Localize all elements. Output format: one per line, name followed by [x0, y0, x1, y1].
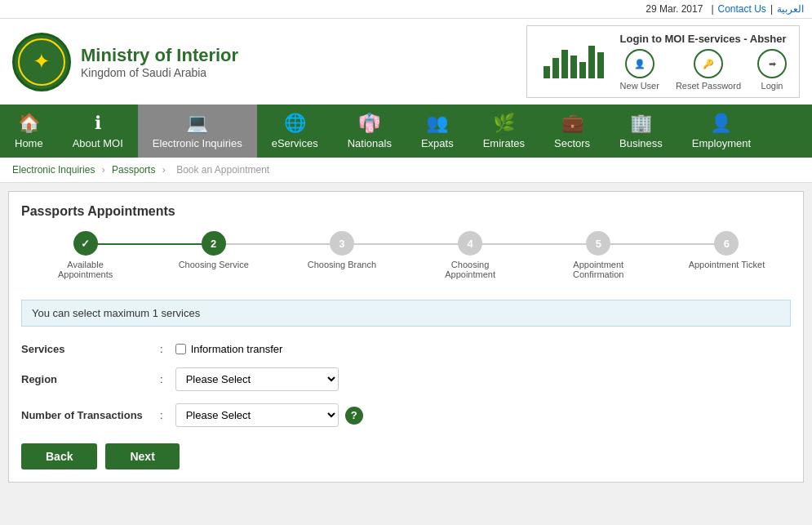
- bar1: [544, 66, 550, 78]
- nationals-icon: 👘: [358, 113, 380, 134]
- reset-password-label: Reset Password: [676, 81, 741, 91]
- nav-home[interactable]: 🏠 Home: [0, 105, 58, 158]
- breadcrumb-passports[interactable]: Passports: [112, 164, 155, 176]
- nav-expats-label: Expats: [421, 137, 454, 149]
- form-services-row: Services : Information transfer: [21, 343, 791, 355]
- nav-emirates-label: Emirates: [483, 137, 525, 149]
- emirates-icon: 🌿: [493, 113, 515, 134]
- nav-business[interactable]: 🏢 Business: [605, 105, 677, 158]
- bar2: [552, 58, 559, 78]
- step-4: 4 Choosing Appointment: [406, 231, 535, 279]
- nav-nationals[interactable]: 👘 Nationals: [333, 105, 406, 158]
- nav-about-moi[interactable]: ℹ About MOI: [58, 105, 138, 158]
- breadcrumb-sep1: ›: [102, 164, 108, 176]
- bar-chart: [539, 42, 608, 82]
- step-5: 5 Appointment Confirmation: [535, 231, 663, 279]
- login-title: Login to MOI E-services - Absher: [620, 33, 787, 45]
- step-2-line: [214, 243, 342, 245]
- next-button[interactable]: Next: [105, 443, 179, 469]
- transactions-select[interactable]: Please Select: [175, 403, 339, 427]
- step-6-circle: 6: [714, 231, 739, 256]
- step-1-circle: ✓: [73, 231, 98, 256]
- arabic-link[interactable]: العربية: [777, 3, 804, 15]
- new-user-label: New User: [620, 81, 659, 91]
- nav-home-label: Home: [15, 137, 43, 149]
- nav-eservices[interactable]: 🌐 eServices: [257, 105, 333, 158]
- login-icon: ➡: [757, 49, 787, 78]
- login-icons: 👤 New User 🔑 Reset Password ➡ Login: [620, 49, 787, 91]
- separator2: |: [770, 3, 773, 15]
- help-icon[interactable]: ?: [345, 407, 363, 425]
- new-user-button[interactable]: 👤 New User: [620, 49, 659, 91]
- new-user-icon: 👤: [625, 49, 654, 78]
- home-icon: 🏠: [18, 113, 40, 134]
- step-1-label: Available Appointments: [45, 260, 126, 279]
- step-2-circle: 2: [202, 231, 226, 256]
- transactions-colon: :: [160, 409, 163, 421]
- services-label: Services: [21, 343, 152, 355]
- service-checkbox-label[interactable]: Information transfer: [175, 343, 283, 355]
- nav-inquiries-label: Electronic Inquiries: [153, 137, 242, 149]
- step-3-line: [342, 243, 470, 245]
- step-1-line: [86, 243, 214, 245]
- logo: ✦: [12, 33, 71, 91]
- service-checkbox[interactable]: [175, 344, 186, 354]
- step-4-circle: 4: [458, 231, 482, 256]
- nav-business-label: Business: [619, 137, 663, 149]
- login-button[interactable]: ➡ Login: [757, 49, 787, 91]
- expats-icon: 👥: [426, 113, 448, 134]
- step-1: ✓ Available Appointments: [21, 231, 149, 279]
- org-title: Ministry of Interior: [81, 45, 238, 66]
- region-label: Region: [21, 373, 152, 385]
- step-3-circle: 3: [330, 231, 354, 256]
- reset-password-icon: 🔑: [694, 49, 723, 78]
- services-colon: :: [160, 343, 163, 355]
- services-control: Information transfer: [175, 343, 283, 355]
- separator: |: [711, 3, 713, 15]
- step-3: 3 Choosing Branch: [277, 231, 406, 269]
- nav-sectors-label: Sectors: [554, 137, 590, 149]
- bar5: [579, 62, 586, 78]
- transactions-label: Number of Transactions: [21, 409, 152, 421]
- svg-text:✦: ✦: [33, 49, 51, 73]
- org-subtitle: Kingdom of Saudi Arabia: [81, 66, 238, 79]
- bar3: [561, 50, 568, 78]
- reset-password-button[interactable]: 🔑 Reset Password: [676, 49, 741, 91]
- main-nav: 🏠 Home ℹ About MOI 💻 Electronic Inquirie…: [0, 105, 812, 158]
- nav-emirates[interactable]: 🌿 Emirates: [468, 105, 539, 158]
- breadcrumb: Electronic Inquiries › Passports › Book …: [0, 158, 812, 183]
- business-icon: 🏢: [630, 113, 652, 134]
- bar4: [570, 56, 577, 78]
- step-6: 6 Appointment Ticket: [663, 231, 791, 269]
- nav-employment[interactable]: 👤 Employment: [677, 105, 765, 158]
- step-2: 2 Choosing Service: [149, 231, 277, 269]
- form-transactions-row: Number of Transactions : Please Select ?: [21, 403, 791, 427]
- step-3-label: Choosing Branch: [308, 260, 376, 269]
- step-4-line: [470, 243, 598, 245]
- breadcrumb-electronic[interactable]: Electronic Inquiries: [12, 164, 95, 176]
- form-region-row: Region : Please Select: [21, 367, 791, 391]
- region-control: Please Select: [175, 367, 339, 391]
- back-button[interactable]: Back: [21, 443, 97, 469]
- breadcrumb-current: Book an Appointment: [176, 164, 269, 176]
- steps-container: ✓ Available Appointments 2 Choosing Serv…: [21, 231, 791, 279]
- breadcrumb-sep2: ›: [162, 164, 168, 176]
- step-6-label: Appointment Ticket: [689, 260, 765, 269]
- step-5-label: Appointment Confirmation: [557, 260, 639, 279]
- transactions-control: Please Select ?: [175, 403, 363, 427]
- info-box: You can select maximum 1 services: [21, 300, 791, 327]
- nav-expats[interactable]: 👥 Expats: [406, 105, 468, 158]
- nav-sectors[interactable]: 💼 Sectors: [539, 105, 605, 158]
- login-section: Login to MOI E-services - Absher 👤 New U…: [526, 25, 800, 98]
- header: ✦ Ministry of Interior Kingdom of Saudi …: [0, 19, 812, 105]
- nav-electronic-inquiries[interactable]: 💻 Electronic Inquiries: [138, 105, 257, 158]
- nav-employment-label: Employment: [692, 137, 751, 149]
- top-bar: 29 Mar. 2017 | Contact Us | العربية: [0, 0, 812, 19]
- step-4-label: Choosing Appointment: [429, 260, 511, 279]
- login-content: Login to MOI E-services - Absher 👤 New U…: [620, 33, 787, 91]
- region-select[interactable]: Please Select: [175, 367, 339, 391]
- contact-link[interactable]: Contact Us: [718, 3, 766, 15]
- employment-icon: 👤: [710, 113, 732, 134]
- login-label: Login: [761, 81, 783, 91]
- main-content: Passports Appointments ✓ Available Appoi…: [8, 191, 804, 483]
